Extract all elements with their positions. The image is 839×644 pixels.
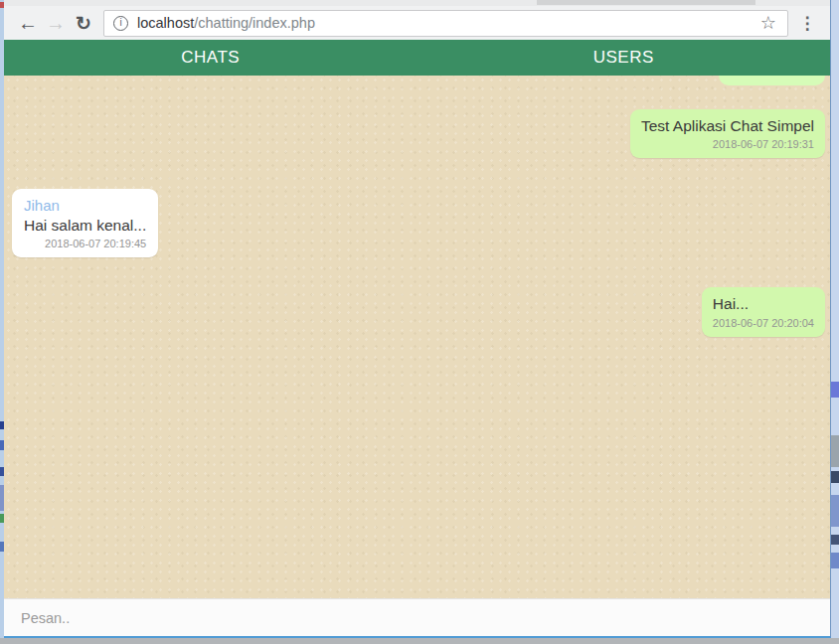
reload-icon[interactable]: ↻ — [70, 9, 97, 37]
tab-users[interactable]: USERS — [418, 40, 831, 76]
address-bar[interactable]: i localhost/chatting/index.php ☆ — [103, 10, 788, 37]
message-composer — [4, 598, 830, 636]
chat-message-area[interactable]: Test Aplikasi Chat Simpel 2018-06-07 20:… — [4, 76, 830, 598]
browser-toolbar: ← → ↻ i localhost/chatting/index.php ☆ ⋮ — [4, 6, 830, 40]
url-host: localhost — [137, 15, 194, 31]
chat-header: CHATS USERS — [4, 40, 830, 76]
message-text: Hai... — [713, 295, 814, 313]
message-text: Test Aplikasi Chat Simpel — [641, 117, 814, 135]
tab-fragment — [537, 0, 755, 5]
message-bubble-outgoing: Test Aplikasi Chat Simpel 2018-06-07 20:… — [630, 109, 825, 158]
tab-strip-edge — [4, 0, 830, 6]
screen: ← → ↻ i localhost/chatting/index.php ☆ ⋮… — [0, 0, 839, 644]
page-info-icon[interactable]: i — [113, 16, 128, 31]
desktop-edge-right — [831, 0, 839, 644]
message-text: Hai salam kenal... — [24, 217, 146, 235]
message-timestamp: 2018-06-07 20:19:45 — [24, 238, 146, 249]
back-icon[interactable]: ← — [14, 9, 42, 37]
desktop-edge-bottom — [0, 638, 839, 644]
url-path: /chatting/index.php — [194, 15, 315, 31]
message-bubble-cropped — [719, 76, 825, 85]
desktop-icon-fragment — [831, 435, 839, 467]
forward-icon[interactable]: → — [42, 9, 70, 37]
desktop-icon-fragment — [831, 535, 839, 545]
message-sender: Jihan — [24, 197, 146, 214]
url-text: localhost/chatting/index.php — [137, 15, 758, 31]
browser-menu-icon[interactable]: ⋮ — [794, 13, 820, 34]
bookmark-star-icon[interactable]: ☆ — [758, 12, 778, 34]
message-bubble-incoming: Jihan Hai salam kenal... 2018-06-07 20:1… — [12, 189, 158, 257]
desktop-icon-fragment — [831, 553, 839, 568]
browser-window: ← → ↻ i localhost/chatting/index.php ☆ ⋮… — [4, 0, 831, 638]
message-input[interactable] — [21, 610, 813, 626]
message-timestamp: 2018-06-07 20:20:04 — [713, 317, 814, 329]
desktop-icon-fragment — [831, 495, 839, 527]
desktop-icon-fragment — [831, 471, 839, 483]
message-timestamp: 2018-06-07 20:19:31 — [641, 138, 814, 150]
message-bubble-outgoing: Hai... 2018-06-07 20:20:04 — [702, 287, 825, 337]
tab-chats[interactable]: CHATS — [4, 40, 418, 76]
desktop-icon-fragment — [831, 382, 839, 398]
